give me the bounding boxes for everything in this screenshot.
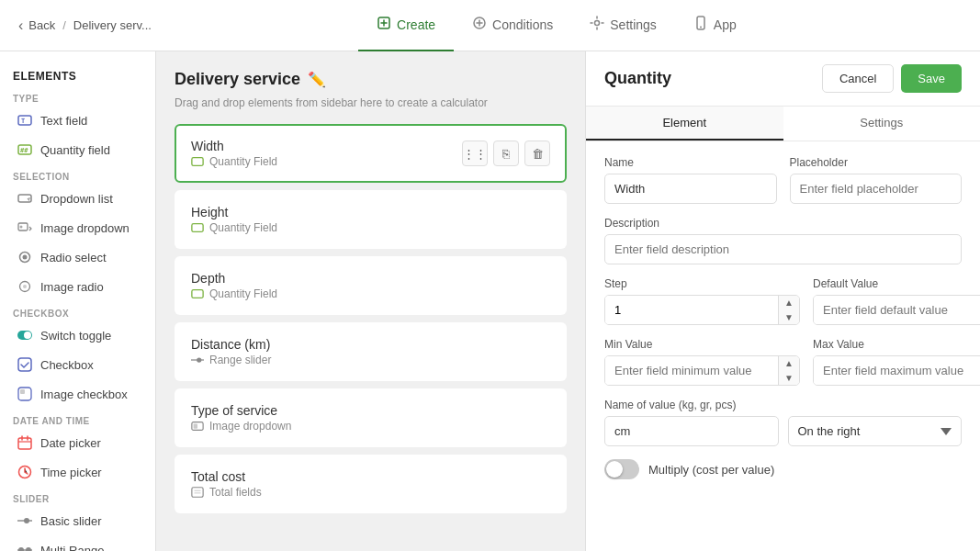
sidebar-item-dropdown-list[interactable]: Dropdown list <box>4 184 152 213</box>
tab-conditions[interactable]: Conditions <box>454 0 571 51</box>
step-increment-button[interactable]: ▲ <box>779 296 799 310</box>
svg-point-4 <box>700 27 702 28</box>
copy-width-button[interactable]: ⎘ <box>493 141 519 166</box>
image-checkbox-icon <box>17 386 33 402</box>
quantity-field-icon: ## <box>17 141 33 158</box>
sidebar-item-switch-toggle[interactable]: Switch toggle <box>4 320 152 350</box>
tab-settings[interactable]: Settings <box>571 0 675 51</box>
sidebar-item-quantity-field-label: Quantity field <box>40 143 110 157</box>
svg-rect-36 <box>192 488 203 498</box>
calc-item-depth[interactable]: Depth Quantity Field <box>175 256 567 315</box>
calc-item-depth-label: Depth <box>191 271 550 286</box>
sidebar-item-text-field-label: Text field <box>40 114 87 128</box>
sidebar-item-dropdown-label: Dropdown list <box>40 192 113 206</box>
back-button[interactable]: ‹ Back / Delivery serv... <box>18 17 152 34</box>
sidebar-item-image-dropdown-label: Image dropdown <box>40 221 130 235</box>
basic-slider-icon <box>17 512 33 529</box>
calc-item-total-cost-label: Total cost <box>191 469 550 484</box>
sidebar-section-selection: SELECTION <box>0 164 155 184</box>
panel-title: Quantity <box>604 69 671 88</box>
conditions-tab-icon <box>472 16 487 33</box>
tab-app[interactable]: App <box>675 0 755 51</box>
svg-rect-31 <box>192 290 203 298</box>
back-label: Back <box>28 18 55 32</box>
save-button[interactable]: Save <box>901 64 962 93</box>
calc-item-distance[interactable]: Distance (km) Range slider <box>175 322 567 381</box>
sidebar-item-image-checkbox-label: Image checkbox <box>40 388 128 401</box>
sidebar-item-time-picker[interactable]: Time picker <box>4 457 152 487</box>
min-stepper-buttons: ▲ ▼ <box>778 356 799 385</box>
sidebar-item-date-picker-label: Date picker <box>40 436 101 450</box>
content-header: Delivery service ✏️ <box>175 70 567 89</box>
svg-text:##: ## <box>20 147 28 154</box>
delete-width-button[interactable]: 🗑 <box>524 141 550 166</box>
name-input[interactable] <box>604 174 777 204</box>
sidebar-item-basic-slider[interactable]: Basic slider <box>4 506 152 535</box>
svg-rect-20 <box>18 388 31 400</box>
sidebar-item-checkbox[interactable]: Checkbox <box>4 350 152 379</box>
step-input[interactable] <box>605 296 778 324</box>
image-dropdown-icon <box>17 219 33 236</box>
sidebar-item-radio-label: Radio select <box>40 251 107 264</box>
panel-tabs: Element Settings <box>586 107 980 141</box>
sidebar-item-multi-range-label: Multi Range <box>40 544 104 552</box>
svg-point-18 <box>24 332 31 339</box>
calc-item-total-cost[interactable]: Total cost Total fields <box>175 455 567 513</box>
form-group-step: Step ▲ ▼ <box>604 277 800 325</box>
calc-item-height[interactable]: Height Quantity Field <box>175 190 567 249</box>
position-select[interactable]: On the right <box>788 416 963 446</box>
edit-title-icon[interactable]: ✏️ <box>308 71 326 88</box>
form-row-description: Description <box>604 217 962 264</box>
form-row-name-placeholder: Name Placeholder <box>604 156 962 204</box>
calc-item-width[interactable]: Width Quantity Field ⋮⋮ ⎘ 🗑 <box>175 124 567 183</box>
calc-item-distance-type: Range slider <box>191 354 550 366</box>
default-value-stepper: ▲ ▼ <box>813 295 980 325</box>
sidebar-item-basic-slider-label: Basic slider <box>40 514 101 528</box>
description-input[interactable] <box>604 234 962 264</box>
max-value-input[interactable] <box>814 356 980 385</box>
default-value-input[interactable] <box>814 296 980 324</box>
calc-item-service-type[interactable]: Type of service Image dropdown <box>175 388 567 447</box>
calc-item-service-type-label: Type of service <box>191 403 550 418</box>
tab-element[interactable]: Element <box>586 107 783 141</box>
sidebar-item-image-checkbox[interactable]: Image checkbox <box>4 379 152 409</box>
cancel-button[interactable]: Cancel <box>822 64 894 93</box>
create-tab-label: Create <box>397 17 435 32</box>
tab-settings[interactable]: Settings <box>783 107 981 141</box>
calc-item-width-type: Quantity Field <box>191 155 453 168</box>
min-increment-button[interactable]: ▲ <box>779 356 799 371</box>
value-name-input[interactable] <box>604 416 779 446</box>
sidebar-section-datetime: DATE AND TIME <box>0 409 155 428</box>
sidebar-item-text-field[interactable]: T Text field <box>4 106 152 135</box>
tab-create[interactable]: Create <box>358 0 454 51</box>
drag-handle-width[interactable]: ⋮⋮ <box>462 141 488 166</box>
min-value-input[interactable] <box>605 356 778 385</box>
form-row-value-name: Name of value (kg, gr, pcs) On the right <box>604 399 962 446</box>
panel-body: Name Placeholder Description Step <box>586 141 980 551</box>
app-tab-icon <box>693 16 708 33</box>
settings-tab-icon <box>590 16 604 33</box>
svg-rect-29 <box>192 158 203 166</box>
svg-point-14 <box>23 255 28 260</box>
min-decrement-button[interactable]: ▼ <box>779 371 799 386</box>
form-group-description: Description <box>604 217 962 264</box>
calc-item-height-type: Quantity Field <box>191 221 550 234</box>
multiply-label: Multiply (cost per value) <box>648 463 774 477</box>
calculator-canvas: Delivery service ✏️ Drag and drop elemen… <box>156 51 585 551</box>
sidebar-section-checkbox: CHECKBOX <box>0 301 155 320</box>
sidebar-item-quantity-field[interactable]: ## Quantity field <box>4 135 152 164</box>
sidebar-item-image-dropdown[interactable]: Image dropdown <box>4 213 152 242</box>
sidebar-item-date-picker[interactable]: Date picker <box>4 428 152 457</box>
placeholder-input[interactable] <box>790 174 963 204</box>
calc-item-width-label: Width <box>191 139 453 153</box>
sidebar-item-radio-select[interactable]: Radio select <box>4 242 152 272</box>
sidebar-item-multi-range[interactable]: Multi Range <box>4 535 152 551</box>
step-decrement-button[interactable]: ▼ <box>779 310 799 325</box>
multiply-toggle[interactable] <box>604 459 639 479</box>
sidebar-item-image-radio[interactable]: Image radio <box>4 272 152 301</box>
max-value-label: Max Value <box>813 338 980 351</box>
sidebar-title: Elements <box>0 62 155 86</box>
form-group-max-value: Max Value ▲ ▼ <box>813 338 980 386</box>
create-tab-icon <box>377 16 391 33</box>
name-label: Name <box>604 156 777 169</box>
